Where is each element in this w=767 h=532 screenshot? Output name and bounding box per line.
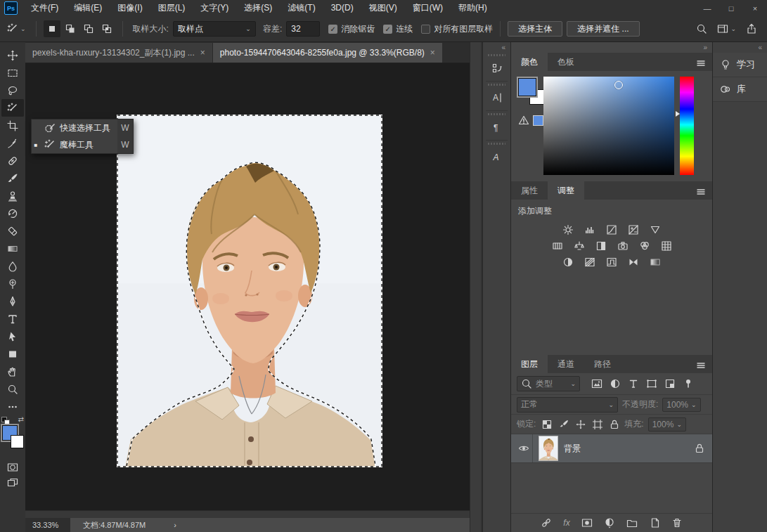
move-tool[interactable] (1, 46, 24, 64)
menu-item-7[interactable]: 3D(D) (323, 0, 361, 16)
new-group-button[interactable] (626, 517, 638, 528)
pen-tool[interactable] (1, 292, 24, 310)
clone-stamp-tool[interactable] (1, 187, 24, 205)
horizontal-scrollbar[interactable] (25, 510, 470, 518)
type-tool[interactable] (1, 310, 24, 327)
lock-pixels-icon[interactable] (558, 419, 569, 430)
photoshop-logo-icon[interactable]: Ps (4, 1, 18, 15)
maximize-button[interactable]: □ (719, 0, 743, 16)
new-layer-button[interactable] (649, 517, 660, 528)
tool-preset-button[interactable]: ⌄ (4, 22, 29, 36)
background-color-swatch[interactable] (11, 435, 24, 448)
status-chevron-icon[interactable]: › (174, 521, 176, 529)
select-subject-button[interactable]: 选择主体 (508, 21, 562, 37)
layer-effects-button[interactable]: fx (563, 518, 569, 528)
screen-mode-button[interactable] (7, 477, 18, 488)
brush-tool[interactable] (1, 169, 24, 187)
brightness-contrast-adjustment-icon[interactable] (560, 223, 576, 236)
color-tab-色板[interactable]: 色板 (548, 53, 584, 71)
zoom-level[interactable]: 33.33% (25, 521, 70, 529)
new-selection-button[interactable] (44, 20, 60, 37)
lock-all-icon[interactable] (609, 419, 620, 430)
marquee-tool[interactable] (1, 64, 24, 82)
levels-adjustment-icon[interactable] (582, 223, 598, 236)
filter-toggle-filter-icon[interactable] (683, 378, 694, 389)
collapse-panels-icon[interactable]: « (758, 44, 761, 51)
history-brush-tool[interactable] (1, 205, 24, 222)
select-and-mask-button[interactable]: 选择并遮住 ... (567, 21, 639, 37)
blur-tool[interactable] (1, 257, 24, 275)
checkbox-box[interactable] (421, 25, 430, 34)
photo-filter-adjustment-icon[interactable] (615, 239, 631, 252)
menu-item-5[interactable]: 选择(S) (236, 0, 280, 16)
menu-item-4[interactable]: 文字(Y) (193, 0, 236, 16)
lock-transparency-icon[interactable] (541, 419, 553, 430)
lasso-tool[interactable] (1, 82, 24, 99)
vertical-scrollbar[interactable] (470, 42, 481, 532)
hue-saturation-adjustment-icon[interactable] (550, 239, 565, 252)
subtract-from-selection-button[interactable] (80, 20, 97, 37)
adjustments-tab-属性[interactable]: 属性 (511, 181, 548, 200)
minimize-button[interactable]: — (695, 0, 719, 16)
color-cursor[interactable] (614, 81, 623, 89)
menu-item-0[interactable]: 文件(F) (23, 0, 66, 16)
opacity-input[interactable]: 100% ⌄ (662, 398, 700, 412)
black-white-adjustment-icon[interactable] (593, 239, 609, 252)
layers-tab-图层[interactable]: 图层 (511, 355, 548, 373)
menu-item-8[interactable]: 视图(V) (361, 0, 405, 16)
checkbox-box[interactable]: ✓ (383, 25, 392, 34)
add-to-selection-button[interactable] (62, 20, 79, 37)
posterize-adjustment-icon[interactable] (582, 255, 598, 268)
panel-menu-icon[interactable] (695, 360, 707, 371)
layer-visibility-toggle[interactable] (515, 434, 533, 462)
lock-artboard-icon[interactable] (592, 419, 603, 430)
delete-layer-button[interactable] (671, 517, 683, 528)
color-lookup-adjustment-icon[interactable] (659, 239, 674, 252)
magic-wand-tool[interactable] (1, 99, 24, 117)
crop-tool[interactable] (1, 117, 24, 134)
foreground-color-swatch[interactable] (518, 78, 536, 96)
close-icon[interactable]: × (430, 48, 435, 58)
checkbox-0[interactable]: ✓消除锯齿 (328, 23, 375, 35)
fill-input[interactable]: 100% ⌄ (648, 417, 686, 432)
learn-dock-button[interactable]: 学习 (713, 53, 767, 77)
shape-layer-filter-icon[interactable] (646, 378, 657, 389)
default-colors-icon[interactable] (1, 417, 8, 424)
threshold-adjustment-icon[interactable] (604, 255, 619, 268)
clone-source-panel-button[interactable] (483, 58, 510, 79)
color-balance-adjustment-icon[interactable] (572, 239, 587, 252)
menu-item-3[interactable]: 图层(L) (150, 0, 193, 16)
layer-row-background[interactable]: 背景 (511, 434, 712, 463)
close-icon[interactable]: × (200, 48, 205, 58)
hue-slider[interactable] (680, 77, 694, 175)
menu-item-6[interactable]: 滤镜(T) (280, 0, 323, 16)
quick-mask-button[interactable] (7, 462, 18, 473)
healing-tool[interactable] (1, 152, 24, 169)
eyedropper-tool[interactable] (1, 134, 24, 152)
exposure-adjustment-icon[interactable] (626, 223, 641, 236)
swap-colors-icon[interactable]: ⇄ (18, 415, 24, 423)
document-tab-0[interactable]: pexels-kha-ruxury-13134302_副本(1).jpg ...… (25, 43, 213, 63)
menu-item-10[interactable]: 帮助(H) (451, 0, 495, 16)
panel-menu-icon[interactable] (695, 58, 707, 69)
sample-size-select[interactable]: 取样点 ⌄ (173, 21, 256, 37)
panel-menu-icon[interactable] (695, 186, 707, 197)
search-icon[interactable] (696, 23, 707, 34)
color-tab-颜色[interactable]: 颜色 (511, 53, 548, 71)
ellipsis-tool[interactable] (1, 398, 24, 415)
checkbox-1[interactable]: ✓连续 (383, 23, 413, 35)
hue-slider-marker[interactable] (676, 111, 680, 117)
tolerance-input[interactable]: 32 (286, 21, 320, 37)
collapse-panels-icon[interactable]: « (501, 44, 505, 51)
channel-mixer-adjustment-icon[interactable] (637, 239, 652, 252)
paragraph-panel-button[interactable]: ¶ (483, 117, 510, 138)
intersect-selection-button[interactable] (98, 20, 115, 37)
eraser-tool[interactable] (1, 222, 24, 240)
glyphs-panel-button[interactable]: A (483, 146, 510, 167)
path-select-tool[interactable] (1, 327, 24, 345)
expand-panels-icon[interactable]: » (703, 44, 707, 51)
zoom-tool[interactable] (1, 380, 24, 398)
lock-position-icon[interactable] (575, 419, 586, 430)
document-tab-1[interactable]: photo-1594470643046-8255fe0a.jpg @ 33.3%… (213, 43, 442, 63)
hand-tool[interactable] (1, 363, 24, 380)
